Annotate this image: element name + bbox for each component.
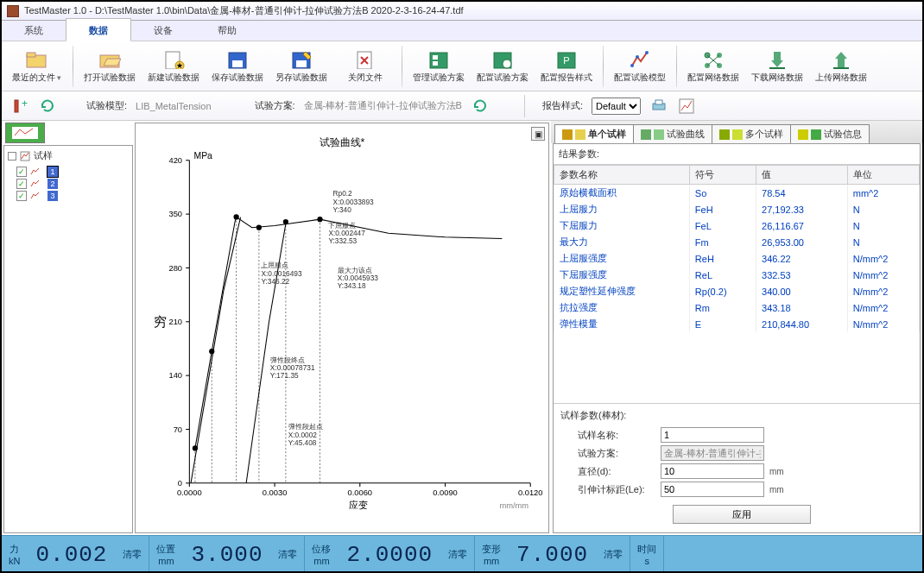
toolbar: 最近的文件▾打开试验数据★新建试验数据保存试验数据另存试验数据关闭文件管理试验方…: [2, 41, 922, 91]
menu-help[interactable]: 帮助: [195, 19, 259, 41]
tree-item[interactable]: ✓1: [4, 166, 132, 178]
results-row[interactable]: 规定塑性延伸强度Rp(0.2)340.00N/mm^2: [554, 283, 920, 299]
subbar-refresh-icon[interactable]: [38, 97, 57, 116]
apply-button[interactable]: 应用: [673, 505, 811, 524]
right-tab[interactable]: 单个试样: [554, 124, 634, 143]
param-unit: N: [847, 201, 919, 217]
cfg3-icon: [628, 49, 652, 70]
sample-tree: 试样 ✓1✓2✓3: [3, 145, 133, 533]
param-extensometer-unit: mm: [769, 485, 784, 494]
chart-y-unit: MPa: [194, 151, 213, 161]
toolbar-save[interactable]: 保存试验数据: [206, 44, 269, 89]
tree-item[interactable]: ✓2: [4, 178, 132, 190]
results-row[interactable]: 下屈服力FeL26,116.67N: [554, 217, 920, 234]
right-tab[interactable]: 试验信息: [790, 124, 870, 143]
results-row[interactable]: 原始横截面积So78.54mm^2: [554, 185, 920, 202]
checkbox-icon[interactable]: ✓: [16, 191, 27, 201]
results-col-header[interactable]: 值: [756, 166, 848, 185]
chart-expand-icon[interactable]: ▣: [531, 127, 545, 141]
right-tab[interactable]: 试验曲线: [633, 124, 712, 143]
param-diameter-label: 直径(d):: [560, 465, 655, 478]
param-unit: N/mm^2: [847, 250, 919, 267]
params-header: 试样参数(棒材):: [560, 409, 913, 422]
results-table-wrap[interactable]: 参数名称符号值单位 原始横截面积So78.54mm^2上屈服力FeH27,192…: [554, 165, 920, 403]
status-label: 位移mm: [305, 543, 338, 566]
results-frame: 结果参数: 参数名称符号值单位 原始横截面积So78.54mm^2上屈服力FeH…: [553, 143, 921, 533]
toolbar-recent[interactable]: 最近的文件▾: [5, 44, 67, 89]
svg-text:0.0060: 0.0060: [347, 488, 372, 497]
results-row[interactable]: 上屈服力FeH27,192.33N: [554, 201, 920, 217]
tree-item-number: 3: [47, 191, 58, 201]
toolbar-label: 上传网络数据: [815, 72, 867, 84]
left-mode-icon: [12, 127, 38, 139]
left-mode-tab[interactable]: [5, 123, 45, 143]
toolbar-cfg3[interactable]: 配置试验模型: [609, 44, 671, 89]
toolbar-cfg1[interactable]: 配置试验方案: [471, 44, 534, 89]
param-symbol: FeH: [689, 201, 756, 217]
param-name-input[interactable]: [661, 427, 764, 443]
svg-text:Y:171.35: Y:171.35: [270, 371, 299, 380]
status-cell: 力kN0.002清零: [2, 536, 149, 573]
toolbar-close[interactable]: 关闭文件: [334, 44, 396, 89]
toolbar-new[interactable]: ★新建试验数据: [142, 44, 205, 89]
results-col-header[interactable]: 单位: [847, 166, 919, 185]
toolbar-mgr1[interactable]: 管理试验方案: [408, 44, 470, 89]
menu-device[interactable]: 设备: [131, 19, 195, 41]
menu-data[interactable]: 数据: [66, 18, 131, 41]
toolbar-download[interactable]: 下载网络数据: [746, 44, 808, 89]
status-zero-button[interactable]: 清零: [441, 548, 474, 561]
checkbox-icon[interactable]: ✓: [16, 179, 27, 189]
status-zero-button[interactable]: 清零: [271, 548, 304, 561]
results-row[interactable]: 最大力Fm26,953.00N: [554, 234, 920, 250]
results-col-header[interactable]: 符号: [689, 166, 756, 185]
status-value: 0.002: [27, 542, 116, 568]
status-zero-button[interactable]: 清零: [116, 548, 149, 561]
results-col-header[interactable]: 参数名称: [554, 166, 690, 185]
tree-item[interactable]: ✓3: [4, 190, 132, 202]
window-title: TestMaster 1.0 - D:\TestMaster 1.0\bin\D…: [24, 4, 464, 17]
status-cell: 位置mm3.000清零: [149, 536, 305, 573]
checkbox-icon[interactable]: ✓: [16, 167, 27, 177]
param-symbol: Rm: [689, 299, 756, 316]
results-row[interactable]: 上屈服强度ReH346.22N/mm^2: [554, 250, 920, 267]
cfg1-icon: [490, 49, 515, 70]
tree-header[interactable]: 试样: [4, 146, 132, 166]
menu-system[interactable]: 系统: [2, 19, 66, 41]
status-zero-button[interactable]: 清零: [597, 548, 630, 561]
report-label: 报告样式:: [542, 99, 583, 112]
saveas-icon: [289, 49, 313, 70]
param-diameter-input[interactable]: [661, 463, 764, 479]
results-row[interactable]: 弹性模量E210,844.80N/mm^2: [554, 316, 920, 332]
toolbar-cfg2[interactable]: P配置报告样式: [535, 44, 598, 89]
svg-text:Y:343.18: Y:343.18: [338, 281, 366, 290]
svg-point-18: [630, 64, 634, 67]
param-value: 26,953.00: [756, 234, 848, 250]
tree-header-label: 试样: [34, 149, 53, 162]
report-select[interactable]: Default: [592, 98, 641, 115]
subbar-icon-1[interactable]: +: [10, 97, 29, 116]
toolbar-label: 配置报告样式: [541, 72, 592, 84]
svg-text:280: 280: [168, 264, 182, 273]
chart-svg[interactable]: 试验曲线* MPa 070140210280350420 0.00000.003…: [136, 123, 548, 529]
right-tab[interactable]: 多个试样: [712, 124, 791, 143]
toolbar-upload[interactable]: 上传网络数据: [810, 44, 872, 89]
param-value: 340.00: [756, 283, 848, 299]
svg-rect-12: [433, 55, 438, 60]
tree-expand-icon[interactable]: [8, 152, 16, 161]
scheme-refresh-icon[interactable]: [471, 97, 490, 116]
svg-rect-29: [15, 100, 18, 112]
results-row[interactable]: 抗拉强度Rm343.18N/mm^2: [554, 299, 920, 316]
toolbar-saveas[interactable]: 另存试验数据: [270, 44, 332, 89]
print-icon[interactable]: [649, 97, 668, 116]
graph-icon[interactable]: [677, 97, 696, 116]
svg-point-20: [645, 51, 649, 54]
results-row[interactable]: 下屈服强度ReL332.53N/mm^2: [554, 267, 920, 283]
param-extensometer-input[interactable]: [661, 482, 764, 497]
toolbar-netcfg[interactable]: 配置网络数据: [682, 44, 744, 89]
status-value: 3.000: [182, 542, 271, 568]
svg-rect-1: [27, 53, 35, 57]
toolbar-open[interactable]: 打开试验数据: [79, 44, 141, 89]
param-name: 原始横截面积: [554, 185, 690, 202]
param-unit: N/mm^2: [847, 316, 919, 332]
status-cell: 位移mm2.0000清零: [305, 536, 475, 573]
